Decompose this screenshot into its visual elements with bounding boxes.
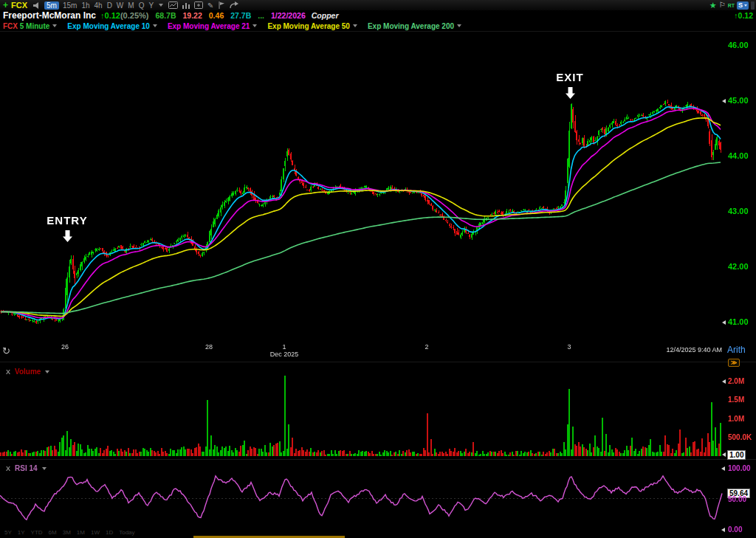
rsi-panel-title[interactable]: RSI 14	[15, 464, 38, 472]
axis-marker-icon	[722, 320, 726, 325]
x-axis-subtick: Dec 2025	[262, 351, 306, 358]
range-shortcut-ytd[interactable]: YTD	[31, 529, 43, 536]
volume-axis-tick: 500.0K	[728, 433, 752, 441]
chevron-down-icon[interactable]	[153, 24, 157, 27]
chevron-down-icon[interactable]	[252, 24, 257, 27]
panel-separator[interactable]	[0, 459, 756, 460]
chart-window-icon[interactable]	[168, 1, 178, 9]
volume-last-value-box: 1.00	[727, 450, 746, 460]
price-change: 0.12	[105, 11, 120, 20]
panel-separator[interactable]	[0, 362, 756, 362]
range-shortcut-group: 5Y1YYTD6M3M1M1W1DToday	[4, 529, 135, 536]
timeframe-Q[interactable]: Q	[139, 1, 145, 10]
indicator-label[interactable]: Exp Moving Average 200	[368, 22, 454, 30]
range-shortcut-1w[interactable]: 1W	[91, 529, 100, 536]
chevron-down-icon[interactable]	[42, 467, 47, 470]
price-axis-tick: 45.00	[728, 96, 749, 105]
x-axis-tick: 3	[547, 343, 591, 351]
timeframe-M[interactable]: M	[128, 1, 134, 10]
close-panel-button[interactable]: X	[6, 465, 10, 472]
price-change-percent: (0.25%)	[120, 11, 149, 20]
down-arrow-icon	[566, 87, 575, 102]
indicator-label[interactable]: Exp Moving Average 50	[267, 22, 350, 30]
share-arrow-icon[interactable]	[230, 1, 238, 9]
timeframe-D[interactable]: D	[107, 1, 112, 10]
timeframe-15m[interactable]: 15m	[63, 1, 77, 10]
chevron-down-icon	[744, 4, 747, 7]
range-shortcut-1m[interactable]: 1M	[77, 529, 85, 536]
toolbar: + FCX 5m15m1h4hDWMQY ✎ ★ ⚐ RT S	[0, 0, 756, 10]
price-chart-canvas[interactable]	[0, 31, 756, 362]
scale-mode-label[interactable]: Arith	[727, 345, 746, 355]
price-axis-tick: 41.00	[728, 317, 749, 326]
alert-speaker-icon[interactable]	[33, 2, 41, 9]
timeframe-W[interactable]: W	[117, 1, 123, 10]
range-shortcut-1y[interactable]: 1Y	[18, 529, 25, 536]
axis-marker-icon	[722, 99, 726, 103]
timeframe-4h[interactable]: 4h	[94, 1, 103, 10]
price-axis-tick: 42.00	[728, 262, 749, 271]
range-shortcut-today[interactable]: Today	[119, 529, 134, 536]
annotation-entry: ENTRY	[41, 214, 93, 227]
volume-chart-canvas[interactable]	[0, 364, 756, 459]
rsi-axis-tick: 0.00	[728, 525, 742, 534]
timeframe-5m[interactable]: 5m	[44, 1, 59, 10]
chevron-down-icon[interactable]	[52, 24, 57, 27]
symbol-label[interactable]: FCX	[11, 1, 27, 10]
quote-stat: 27.7B	[230, 11, 251, 20]
series-interval: 5 Minute	[20, 22, 50, 30]
volume-axis-tick: 1.5M	[728, 396, 744, 404]
indicator-group: Exp Moving Average 10Exp Moving Average …	[60, 22, 464, 30]
series-symbol: FCX	[3, 22, 18, 30]
x-axis-tick: 2	[405, 343, 449, 351]
reload-chart-icon[interactable]: ↻	[2, 345, 10, 356]
price-axis-tick: 43.00	[728, 207, 749, 215]
x-axis-tick: 28	[187, 343, 231, 351]
chevron-down-icon[interactable]	[159, 4, 163, 7]
quote-row: Freeport-McMoran Inc ↑ 0.12 (0.25%) 68.7…	[0, 10, 756, 21]
axis-marker-icon	[722, 452, 726, 457]
series-label[interactable]: FCX 5 Minute	[3, 22, 49, 30]
favorite-star-icon[interactable]: ★	[709, 0, 717, 10]
rsi-chart-canvas[interactable]	[0, 461, 756, 529]
source-dropdown[interactable]: S	[737, 1, 749, 10]
range-shortcut-3m[interactable]: 3M	[63, 529, 71, 536]
chevron-down-icon[interactable]	[353, 24, 357, 27]
chart-app-window: + FCX 5m15m1h4hDWMQY ✎ ★ ⚐ RT S	[0, 0, 756, 538]
banner-flag-icon[interactable]	[219, 1, 225, 9]
volume-axis-tick: 1.0M	[728, 415, 744, 423]
close-panel-button[interactable]: X	[6, 368, 10, 376]
price-axis-tick: 44.00	[728, 151, 749, 160]
quote-stat: 19.22	[183, 11, 202, 20]
expand-axis-button[interactable]: ≫	[728, 359, 740, 367]
add-symbol-icon[interactable]: +	[3, 0, 8, 10]
quote-right-change: ↑0.12	[734, 11, 753, 20]
x-axis-tick: 1Dec 2025	[262, 343, 306, 358]
rsi-panel-header: X RSI 14	[6, 464, 47, 472]
indicator-row: FCX 5 Minute Exp Moving Average 10Exp Mo…	[0, 21, 756, 32]
timeframe-group: 5m15m1h4hDWMQY	[43, 1, 156, 10]
range-shortcut-6m[interactable]: 6M	[49, 529, 57, 536]
volume-axis-tick: 2.0M	[728, 377, 744, 385]
rsi-axis-tick: 50.00	[728, 495, 746, 503]
chevron-down-icon[interactable]	[457, 24, 461, 27]
bar-chart-icon[interactable]	[182, 1, 190, 9]
quote-stat: 1/22/2026	[271, 11, 306, 20]
timeframe-Y[interactable]: Y	[148, 1, 154, 10]
axis-marker-icon	[722, 379, 726, 384]
indicator-label[interactable]: Exp Moving Average 10	[67, 22, 150, 30]
company-name: Freeport-McMoran Inc	[3, 10, 96, 21]
timeframe-1h[interactable]: 1h	[81, 1, 89, 10]
axis-marker-icon	[721, 528, 725, 532]
draw-pencil-icon[interactable]: ✎	[207, 1, 213, 10]
clipped-toolbar-icon	[751, 1, 755, 10]
range-shortcut-1d[interactable]: 1D	[106, 529, 113, 536]
indicator-label[interactable]: Exp Moving Average 21	[168, 22, 250, 30]
quote-stat: 0.46	[209, 11, 224, 20]
flag-icon[interactable]: ⚐	[719, 0, 726, 10]
chevron-down-icon[interactable]	[45, 370, 49, 373]
volume-panel-header: X Volume	[6, 368, 49, 376]
range-shortcut-5y[interactable]: 5Y	[4, 529, 12, 536]
new-window-icon[interactable]	[194, 1, 203, 9]
volume-panel-title[interactable]: Volume	[15, 368, 41, 376]
